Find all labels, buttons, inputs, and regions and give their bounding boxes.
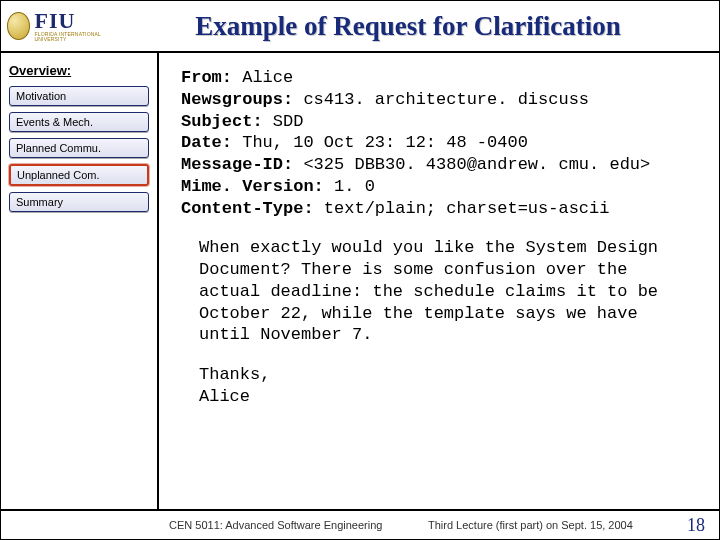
logo-area: FIU FLORIDA INTERNATIONAL UNIVERSITY: [7, 10, 117, 42]
logo-text: FIU: [34, 10, 117, 32]
sidebar-item-unplanned[interactable]: Unplanned Com.: [9, 164, 149, 186]
contenttype-value: text/plain; charset=us-ascii: [314, 199, 610, 218]
messageid-label: Message-ID:: [181, 155, 293, 174]
email-headers: From: Alice Newsgroups: cs413. architect…: [181, 67, 691, 219]
mime-value: 1. 0: [324, 177, 375, 196]
footer-course: CEN 5011: Advanced Software Engineering: [9, 519, 428, 531]
sidebar: Overview: Motivation Events & Mech. Plan…: [1, 53, 159, 509]
closing-name: Alice: [199, 386, 691, 408]
university-seal-icon: [7, 12, 30, 40]
sidebar-item-events[interactable]: Events & Mech.: [9, 112, 149, 132]
email-closing: Thanks, Alice: [181, 364, 691, 408]
sidebar-item-motivation[interactable]: Motivation: [9, 86, 149, 106]
sidebar-item-summary[interactable]: Summary: [9, 192, 149, 212]
newsgroups-value: cs413. architecture. discuss: [293, 90, 589, 109]
date-label: Date:: [181, 133, 232, 152]
messageid-value: <325 DBB30. 4380@andrew. cmu. edu>: [293, 155, 650, 174]
logo-subtext: FLORIDA INTERNATIONAL UNIVERSITY: [34, 32, 117, 42]
header: FIU FLORIDA INTERNATIONAL UNIVERSITY Exa…: [1, 1, 719, 53]
main: Overview: Motivation Events & Mech. Plan…: [1, 53, 719, 509]
closing-thanks: Thanks,: [199, 364, 691, 386]
footer-page-number: 18: [687, 515, 711, 536]
page-title: Example of Request for Clarification: [117, 11, 719, 42]
mime-label: Mime. Version:: [181, 177, 324, 196]
subject-value: SDD: [263, 112, 304, 131]
email-body: When exactly would you like the System D…: [181, 237, 691, 346]
subject-label: Subject:: [181, 112, 263, 131]
fiu-logo: FIU FLORIDA INTERNATIONAL UNIVERSITY: [34, 10, 117, 42]
newsgroups-label: Newsgroups:: [181, 90, 293, 109]
sidebar-item-planned[interactable]: Planned Commu.: [9, 138, 149, 158]
sidebar-heading: Overview:: [9, 63, 149, 78]
footer: CEN 5011: Advanced Software Engineering …: [1, 509, 719, 539]
from-value: Alice: [232, 68, 293, 87]
footer-lecture: Third Lecture (first part) on Sept. 15, …: [428, 519, 687, 531]
date-value: Thu, 10 Oct 23: 12: 48 -0400: [232, 133, 528, 152]
content: From: Alice Newsgroups: cs413. architect…: [159, 53, 719, 509]
from-label: From:: [181, 68, 232, 87]
contenttype-label: Content-Type:: [181, 199, 314, 218]
